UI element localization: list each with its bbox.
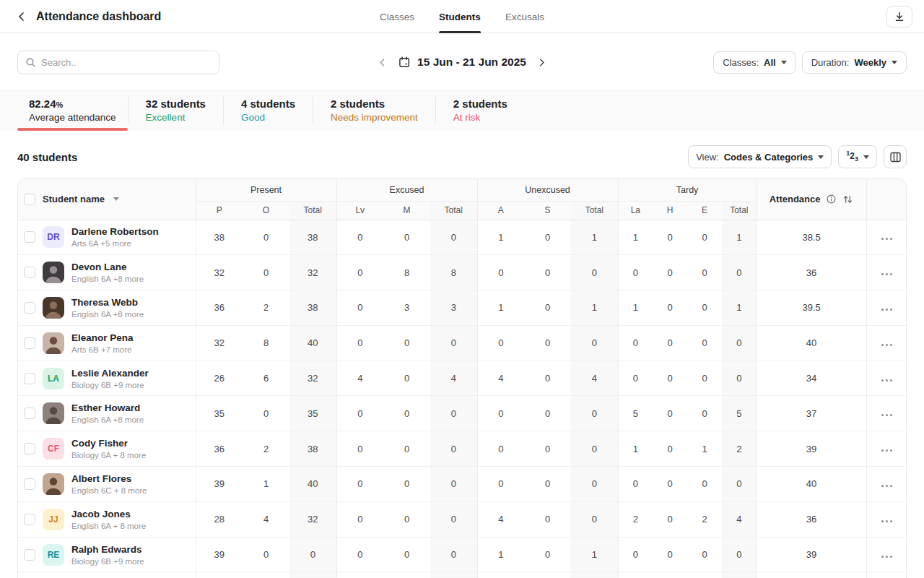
avatar-initials: RE <box>43 544 64 566</box>
attendance-header-label: Attendance <box>770 194 821 204</box>
info-icon[interactable] <box>826 194 837 204</box>
value-cell: 35 <box>289 396 336 431</box>
stat-average-attendance[interactable]: 82.24%Average attendance <box>17 90 128 131</box>
classes-filter-value: All <box>764 57 776 68</box>
app-header: Attendance dashboard ClassesStudentsExcu… <box>0 0 924 33</box>
stat-excellent[interactable]: 32 studentsExcellent <box>128 90 223 131</box>
row-menu-button[interactable] <box>877 375 897 386</box>
download-button[interactable] <box>886 6 912 27</box>
date-range-label: 15 Jun - 21 Jun 2025 <box>417 56 526 69</box>
numeric-sort-dropdown[interactable]: 123 <box>838 145 877 168</box>
value-cell: 0 <box>336 220 383 255</box>
value-cell: 0 <box>722 572 757 578</box>
stat-value: 2 students <box>331 98 418 110</box>
attendance-cell: 34 <box>757 361 866 396</box>
select-all-checkbox[interactable] <box>24 194 35 205</box>
value-cell: 0 <box>383 572 430 578</box>
student-classes: Biology 6B +9 more <box>71 381 149 389</box>
view-dropdown[interactable]: View: Codes & Categories <box>688 145 832 168</box>
tab-students[interactable]: Students <box>439 0 481 33</box>
view-label: View: <box>696 152 719 163</box>
value-cell: 0 <box>477 396 524 431</box>
value-cell: 0 <box>524 290 571 326</box>
row-checkbox[interactable] <box>24 443 35 454</box>
date-range[interactable]: 15 Jun - 21 Jun 2025 <box>398 56 526 69</box>
student-count: 40 students <box>17 151 77 163</box>
sort-caret-icon[interactable] <box>113 197 119 201</box>
filter-buttons: Classes:AllDuration:Weekly <box>713 51 907 74</box>
attendance-cell: 39 <box>757 537 866 572</box>
value-cell: 0 <box>430 501 477 537</box>
value-cell: 0 <box>687 325 722 361</box>
value-cell: 0 <box>430 572 477 578</box>
value-cell: 32 <box>196 325 243 361</box>
avatar-initials: DR <box>43 226 64 248</box>
value-cell: 0 <box>653 572 687 578</box>
group-header-tardy: Tardy <box>618 179 757 201</box>
row-menu-button[interactable] <box>877 480 897 491</box>
value-cell: 38 <box>289 290 336 326</box>
row-checkbox[interactable] <box>24 478 35 490</box>
student-name: Cody Fisher <box>71 438 146 449</box>
classes-filter-dropdown[interactable]: Classes:All <box>713 51 796 74</box>
row-checkbox[interactable] <box>24 549 35 561</box>
row-menu-button[interactable] <box>877 445 897 456</box>
subcol-e: E <box>687 201 722 220</box>
row-menu-button[interactable] <box>877 304 897 315</box>
value-cell: 2 <box>243 431 289 467</box>
sort-icon[interactable] <box>842 194 853 204</box>
value-cell: 0 <box>430 396 477 431</box>
stat-good[interactable]: 4 studentsGood <box>224 90 313 131</box>
value-cell: 1 <box>618 220 653 255</box>
tab-excusals[interactable]: Excusals <box>505 0 544 33</box>
student-classes: English 6C + 8 more <box>71 486 147 495</box>
header-tabs: ClassesStudentsExcusals <box>380 0 544 33</box>
actions-cell <box>866 255 907 290</box>
row-checkbox[interactable] <box>24 514 35 525</box>
row-menu-button[interactable] <box>877 269 897 280</box>
row-checkbox[interactable] <box>24 373 35 384</box>
student-name-header: Student name <box>18 179 196 220</box>
attendance-cell: 40 <box>757 467 866 502</box>
tab-classes[interactable]: Classes <box>380 0 414 33</box>
stat-value: 4 students <box>241 98 295 110</box>
attendance-cell: 37 <box>757 396 866 431</box>
stat-at-risk[interactable]: 2 studentsAt risk <box>436 90 525 131</box>
columns-button[interactable] <box>884 145 907 168</box>
view-value: Codes & Categories <box>724 152 814 163</box>
value-cell: 1 <box>571 537 618 572</box>
row-menu-button[interactable] <box>877 340 897 350</box>
duration-filter-dropdown[interactable]: Duration:Weekly <box>802 51 907 74</box>
value-cell: 0 <box>524 572 571 578</box>
student-name-cell: WMWalsh Marta <box>18 572 196 578</box>
value-cell: 0 <box>653 467 687 502</box>
attendance-cell: 38.5 <box>757 220 866 255</box>
value-cell: 0 <box>383 537 430 572</box>
row-menu-button[interactable] <box>877 410 897 420</box>
row-menu-button[interactable] <box>877 551 897 562</box>
row-checkbox[interactable] <box>24 337 35 349</box>
row-checkbox[interactable] <box>24 407 35 419</box>
value-cell: 0 <box>653 255 687 290</box>
value-cell: 0 <box>687 467 722 502</box>
value-cell: 4 <box>571 361 618 396</box>
student-name: Albert Flores <box>71 473 147 484</box>
value-cell: 0 <box>687 290 722 326</box>
search-input[interactable] <box>41 57 212 68</box>
value-cell: 0 <box>653 537 687 572</box>
student-name-cell: Eleanor PenaArts 6B +7 more <box>18 325 196 361</box>
row-checkbox[interactable] <box>24 231 35 243</box>
actions-cell <box>866 396 907 431</box>
value-cell: 0 <box>477 467 524 502</box>
prev-week-button[interactable] <box>377 57 388 68</box>
row-checkbox[interactable] <box>24 302 35 314</box>
actions-cell <box>866 572 907 578</box>
stat-needs-improvement[interactable]: 2 studentsNeeds improvement <box>313 90 435 131</box>
header-group-row: Student namePresentExcusedUnexcusedTardy… <box>18 179 907 201</box>
actions-cell <box>866 467 907 502</box>
row-checkbox[interactable] <box>24 267 35 278</box>
row-menu-button[interactable] <box>877 233 897 244</box>
back-button[interactable] <box>12 7 32 27</box>
next-week-button[interactable] <box>536 57 547 68</box>
row-menu-button[interactable] <box>877 516 897 527</box>
